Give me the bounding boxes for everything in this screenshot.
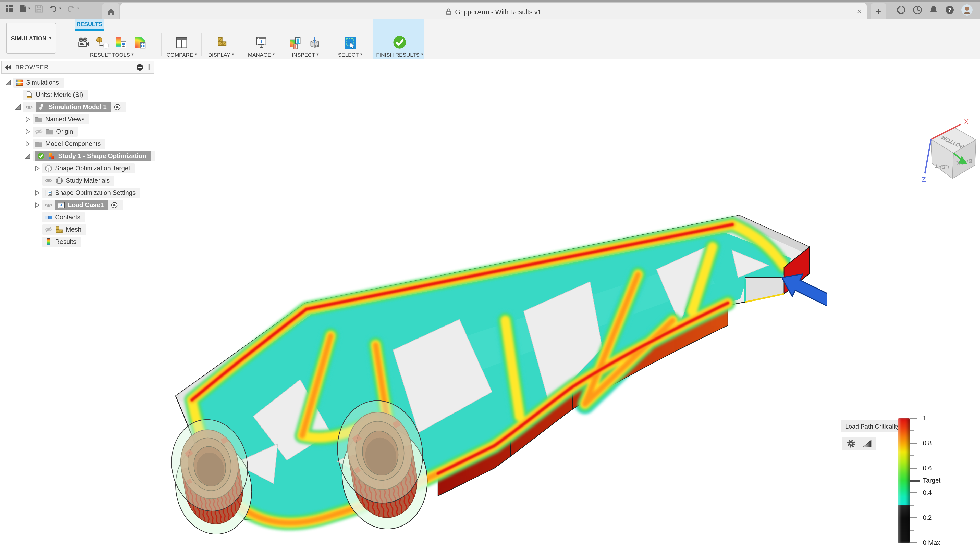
legend-contour-icon[interactable]: [862, 439, 872, 448]
expander-open-icon: [4, 79, 12, 87]
new-tab-button[interactable]: +: [871, 3, 886, 21]
ribbon-divider: [201, 33, 202, 56]
redo-icon[interactable]: ▾: [66, 4, 79, 13]
help-icon[interactable]: ?: [945, 5, 955, 15]
ribbon-group-inspect: xyz INSPECT▾: [284, 31, 327, 58]
browser-item-shape-optimization-target[interactable]: Shape Optimization Target: [1, 163, 154, 174]
compare-menu[interactable]: COMPARE▾: [167, 52, 197, 58]
undo-icon[interactable]: ▾: [48, 4, 61, 13]
simulations-icon: [15, 79, 24, 87]
viewcube-axis-x: X: [964, 118, 969, 125]
browser-item-mesh[interactable]: Mesh: [1, 224, 154, 235]
finish-results-icon[interactable]: [392, 35, 407, 50]
lock-icon: [446, 8, 452, 15]
result-tools-menu[interactable]: RESULT TOOLS▾: [90, 52, 134, 58]
activate-radio-icon: [110, 201, 118, 209]
legend-tick-label: 0.8: [923, 440, 932, 447]
inspect-menu[interactable]: INSPECT▾: [292, 52, 318, 58]
results-legend: Load Path Criticality▾ 10.80.6Target0.40…: [837, 416, 970, 551]
ribbon-divider: [282, 33, 282, 56]
home-tab[interactable]: [102, 3, 119, 21]
browser-item-study-materials[interactable]: Study Materials: [1, 175, 154, 186]
legend-target-tick: [910, 480, 920, 482]
app-grid-icon[interactable]: [5, 4, 14, 13]
browser-item-simulations[interactable]: Simulations: [1, 77, 154, 88]
titlebar-right-icons: ?: [896, 4, 973, 16]
inspect-results-icon[interactable]: [289, 36, 303, 50]
browser-item-shape-optimization-settings[interactable]: Shape Optimization Settings: [1, 187, 154, 198]
gripper-arm-model[interactable]: [153, 202, 827, 551]
user-avatar[interactable]: [961, 4, 973, 16]
units-document-icon: [25, 91, 33, 99]
ribbon-divider: [161, 33, 162, 56]
export-results-icon[interactable]: [95, 36, 109, 50]
svg-text:?: ?: [948, 7, 951, 13]
manage-simulation-icon[interactable]: [254, 36, 269, 50]
close-tab-icon[interactable]: ×: [857, 7, 862, 15]
display-menu[interactable]: DISPLAY▾: [208, 52, 234, 58]
save-icon[interactable]: [35, 4, 43, 13]
browser-item-label: Units: Metric (SI): [36, 91, 83, 98]
browser-item-simulation-model-1[interactable]: Simulation Model 1: [1, 102, 154, 113]
legend-tick-label: 0 Max.: [923, 539, 942, 546]
visibility-eye-icon: [45, 176, 52, 185]
svg-text:xyz: xyz: [315, 44, 319, 47]
compare-icon[interactable]: [175, 36, 189, 50]
materials-sphere-icon: [55, 176, 63, 185]
color-options-icon[interactable]: [133, 36, 147, 50]
legend-tick: [910, 542, 917, 543]
browser-item-units[interactable]: Units: Metric (SI): [1, 89, 154, 100]
manage-menu[interactable]: MANAGE▾: [248, 52, 275, 58]
legend-options-icon[interactable]: [115, 36, 128, 50]
visibility-off-icon: [35, 127, 43, 136]
browser-item-label: Contacts: [55, 214, 80, 221]
job-status-clock-icon[interactable]: [913, 5, 922, 15]
legend-tick: [910, 443, 917, 444]
mesh-icon: [55, 225, 63, 233]
browser-item-label: Shape Optimization Settings: [55, 189, 135, 197]
finish-results-menu[interactable]: FINISH RESULTS▾: [376, 52, 423, 58]
ribbon-group-display: DISPLAY▾: [203, 31, 239, 58]
load-case-icon: [57, 201, 65, 209]
select-menu[interactable]: SELECT▾: [338, 52, 363, 58]
browser-item-named-views[interactable]: Named Views: [1, 114, 154, 125]
display-mesh-icon[interactable]: [214, 36, 228, 50]
browser-item-contacts[interactable]: Contacts: [1, 212, 154, 223]
browser-item-results[interactable]: Results: [1, 236, 154, 248]
tab-results[interactable]: RESULTS: [75, 19, 103, 29]
view-cube[interactable]: BOTTOM LEFT BACK X Z: [919, 116, 980, 185]
animate-results-icon[interactable]: [76, 36, 90, 50]
probe-xyz-icon[interactable]: xyz: [308, 36, 321, 50]
file-menu-icon[interactable]: ▾: [19, 4, 30, 13]
load-arrow[interactable]: [782, 274, 827, 307]
notifications-bell-icon[interactable]: [929, 5, 938, 15]
collapse-panel-icon[interactable]: [5, 65, 11, 70]
browser-item-label: Results: [55, 238, 76, 245]
expander-open-icon: [14, 103, 22, 111]
browser-item-study-1[interactable]: Study 1 - Shape Optimization: [1, 151, 154, 162]
expander-closed-icon: [24, 127, 32, 136]
browser-item-label: Model Components: [45, 140, 101, 148]
panel-drag-handle[interactable]: [148, 64, 151, 71]
browser-item-model-components[interactable]: Model Components: [1, 138, 154, 149]
browser-item-label: Simulation Model 1: [48, 103, 107, 111]
study-complete-check-icon: [37, 152, 45, 160]
document-tab[interactable]: GripperArm - With Results v1 ×: [121, 3, 867, 21]
browser-item-origin[interactable]: Origin: [1, 126, 154, 137]
browser-item-label: Load Case1: [68, 202, 103, 209]
panel-minimize-icon[interactable]: [136, 64, 143, 71]
extensions-icon[interactable]: [896, 5, 906, 15]
workspace-switcher[interactable]: SIMULATION▾: [6, 23, 56, 54]
select-box-icon[interactable]: [343, 36, 357, 50]
legend-settings-gear-icon[interactable]: [846, 439, 856, 448]
legend-minor-tick: [910, 430, 914, 431]
visibility-eye-icon: [25, 103, 33, 111]
simulation-model-icon: [38, 103, 46, 111]
folder-icon: [35, 140, 43, 148]
visibility-eye-icon: [45, 201, 52, 209]
contacts-icon: [45, 213, 52, 221]
browser-item-load-case1[interactable]: Load Case1: [1, 200, 154, 211]
browser-item-label: Origin: [56, 128, 73, 135]
legend-tick-label: 0.6: [923, 465, 932, 472]
ribbon-group-manage: MANAGE▾: [243, 31, 279, 58]
